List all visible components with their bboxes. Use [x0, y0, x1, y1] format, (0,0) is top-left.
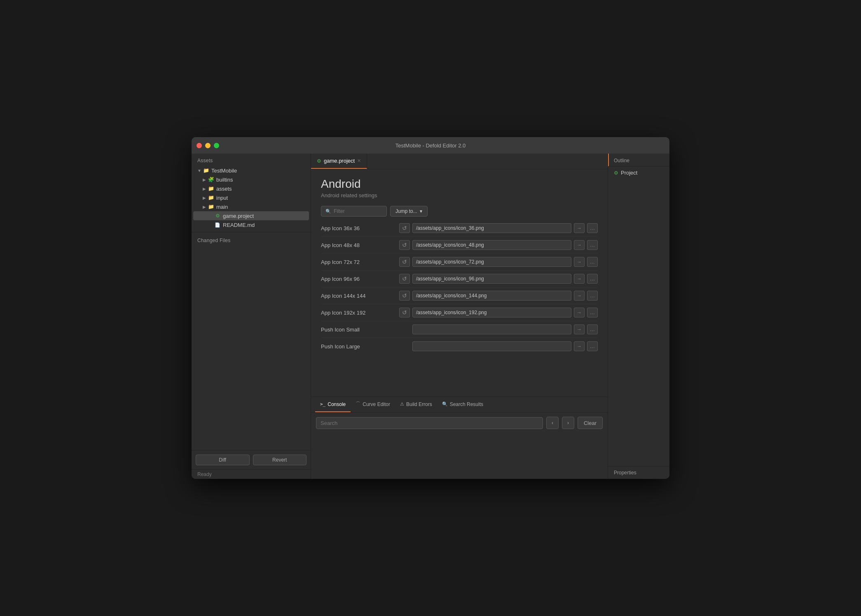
tree-item-main[interactable]: ▶ 📁 main	[193, 202, 309, 211]
next-nav-button[interactable]: ›	[562, 417, 574, 429]
tab-build-errors[interactable]: ⚠ Build Errors	[395, 397, 437, 412]
goto-btn-2[interactable]: →	[574, 257, 585, 267]
bottom-panel: >_ Console ⌒ Curve Editor ⚠ Build Errors	[311, 397, 608, 479]
tree-item-input[interactable]: ▶ 📁 input	[193, 193, 309, 202]
tree-label-assets: assets	[216, 186, 232, 192]
settings-input-2[interactable]	[412, 257, 571, 267]
folder-assets-icon: 📁	[207, 185, 215, 192]
settings-input-7[interactable]	[412, 341, 571, 351]
window-title: TestMobile - Defold Editor 2.0	[395, 142, 466, 149]
jump-to-label: Jump to...	[395, 208, 417, 214]
settings-label-0: App Icon 36x 36	[321, 225, 395, 231]
reset-btn-4[interactable]: ↺	[399, 291, 410, 301]
more-btn-4[interactable]: …	[587, 291, 598, 301]
changed-files-header: Changed Files	[197, 238, 231, 243]
section-title: Android	[321, 177, 598, 191]
tab-game-project[interactable]: ⚙ game.project ✕	[311, 154, 367, 169]
file-icon: 📄	[214, 222, 221, 228]
goto-btn-3[interactable]: →	[574, 274, 585, 284]
next-icon: ›	[567, 420, 569, 426]
more-btn-2[interactable]: …	[587, 257, 598, 267]
tree-item-readme[interactable]: 📄 README.md	[193, 220, 309, 229]
search-results-icon: 🔍	[442, 401, 448, 407]
tab-label-game-project: game.project	[324, 158, 355, 164]
tree-item-testmobile[interactable]: ▼ 📁 TestMobile	[193, 166, 309, 175]
more-btn-5[interactable]: …	[587, 308, 598, 317]
tab-curve-editor[interactable]: ⌒ Curve Editor	[351, 397, 395, 412]
tab-search-results[interactable]: 🔍 Search Results	[437, 397, 488, 412]
diff-button[interactable]: Diff	[196, 455, 250, 465]
tabs-bar: ⚙ game.project ✕	[311, 154, 608, 169]
settings-input-5[interactable]	[412, 308, 571, 317]
settings-input-6[interactable]	[412, 324, 571, 334]
goto-btn-5[interactable]: →	[574, 308, 585, 317]
tree-arrow-assets: ▶	[201, 186, 207, 191]
file-tree: ▼ 📁 TestMobile ▶ 🧩 builtins ▶ 📁 assets	[192, 166, 311, 229]
minimize-button[interactable]	[205, 143, 211, 148]
settings-row-6: Push Icon Small → …	[321, 321, 598, 338]
settings-label-4: App Icon 144x 144	[321, 293, 395, 299]
more-btn-6[interactable]: …	[587, 324, 598, 334]
settings-input-4[interactable]	[412, 291, 571, 301]
folder-icon: 📁	[202, 167, 210, 174]
prev-nav-button[interactable]: ‹	[546, 417, 559, 429]
tree-item-game-project[interactable]: ⚙ game.project	[193, 211, 309, 220]
more-btn-1[interactable]: …	[587, 240, 598, 250]
reset-btn-2[interactable]: ↺	[399, 257, 410, 267]
settings-input-3[interactable]	[412, 274, 571, 284]
tree-label-main: main	[216, 204, 228, 210]
properties-header: Properties	[608, 467, 669, 479]
settings-label-6: Push Icon Small	[321, 327, 395, 333]
reset-btn-5[interactable]: ↺	[399, 308, 410, 317]
outline-project-item[interactable]: ⚙ Project	[608, 166, 669, 179]
settings-controls-0: ↺ → …	[399, 223, 598, 233]
goto-btn-0[interactable]: →	[574, 223, 585, 233]
goto-btn-7[interactable]: →	[574, 341, 585, 351]
tab-console[interactable]: >_ Console	[315, 397, 351, 412]
more-btn-7[interactable]: …	[587, 341, 598, 351]
reset-btn-1[interactable]: ↺	[399, 240, 410, 250]
filter-input[interactable]	[334, 208, 382, 214]
console-search-input[interactable]	[316, 417, 543, 429]
goto-btn-1[interactable]: →	[574, 240, 585, 250]
outline-gear-icon: ⚙	[614, 170, 618, 176]
sidebar-bottom-buttons: Diff Revert	[192, 450, 311, 469]
reset-btn-0[interactable]: ↺	[399, 223, 410, 233]
curve-editor-label: Curve Editor	[363, 401, 390, 407]
bottom-content: ‹ › Clear	[311, 413, 608, 479]
more-btn-3[interactable]: …	[587, 274, 598, 284]
build-errors-icon: ⚠	[400, 401, 404, 407]
settings-row-3: App Icon 96x 96 ↺ → …	[321, 271, 598, 287]
prev-icon: ‹	[552, 420, 553, 426]
jump-to-button[interactable]: Jump to... ▾	[390, 206, 428, 217]
traffic-lights	[197, 143, 219, 148]
settings-label-7: Push Icon Large	[321, 343, 395, 350]
tree-label-readme: README.md	[223, 222, 255, 228]
goto-btn-6[interactable]: →	[574, 324, 585, 334]
settings-input-0[interactable]	[412, 223, 571, 233]
revert-button[interactable]: Revert	[253, 455, 307, 465]
settings-label-1: App Icon 48x 48	[321, 242, 395, 248]
tree-arrow-input: ▶	[201, 195, 207, 201]
outline-header: Outline	[608, 154, 669, 166]
settings-label-5: App Icon 192x 192	[321, 310, 395, 316]
tree-label-input: input	[216, 195, 228, 201]
settings-input-1[interactable]	[412, 240, 571, 250]
maximize-button[interactable]	[214, 143, 219, 148]
settings-controls-6: → …	[399, 324, 598, 334]
tree-item-assets[interactable]: ▶ 📁 assets	[193, 184, 309, 193]
outline-project-label: Project	[621, 170, 637, 176]
clear-button[interactable]: Clear	[578, 417, 603, 429]
close-button[interactable]	[197, 143, 202, 148]
tab-close-button[interactable]: ✕	[357, 158, 361, 163]
special-folder-icon: 🧩	[207, 176, 215, 183]
tree-item-builtins[interactable]: ▶ 🧩 builtins	[193, 175, 309, 184]
reset-btn-3[interactable]: ↺	[399, 274, 410, 284]
goto-btn-4[interactable]: →	[574, 291, 585, 301]
tree-arrow-testmobile: ▼	[197, 168, 202, 173]
folder-input-icon: 📁	[207, 194, 215, 201]
status-bar: Ready	[192, 469, 311, 479]
sidebar: Assets ▼ 📁 TestMobile ▶ 🧩 builtins	[192, 154, 311, 479]
more-btn-0[interactable]: …	[587, 223, 598, 233]
tree-arrow-readme	[208, 222, 214, 228]
